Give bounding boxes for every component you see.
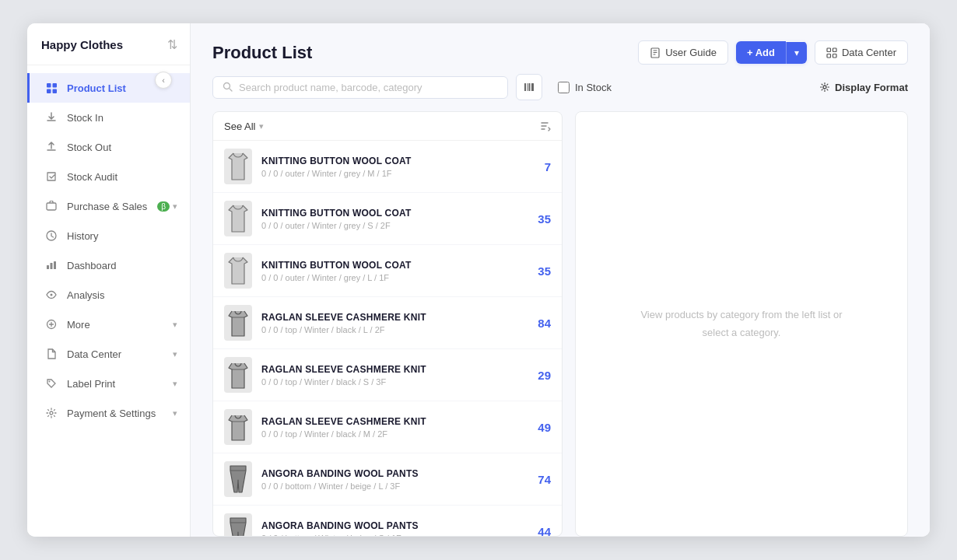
more-icon [44, 317, 59, 332]
product-count: 29 [526, 369, 551, 382]
svg-rect-1 [52, 83, 57, 88]
sidebar-nav: Product List Stock In Stock Out [27, 65, 190, 537]
upload-icon [44, 139, 59, 155]
search-input[interactable] [239, 82, 498, 93]
in-stock-filter[interactable]: In Stock [558, 82, 612, 93]
product-thumbnail [224, 357, 252, 393]
in-stock-label: In Stock [575, 82, 612, 93]
add-dropdown-button[interactable]: ▾ [786, 42, 807, 64]
sidebar-item-label: Stock Audit [67, 171, 177, 183]
grid-icon [826, 47, 837, 58]
brand-menu-icon[interactable]: ⇅ [167, 37, 177, 52]
chevron-down-icon: ▾ [173, 379, 177, 389]
product-item[interactable]: KNITTING BUTTON WOOL COAT 0 / 0 / outer … [213, 193, 562, 245]
product-info: ANGORA BANDING WOOL PANTS 0 / 0 / bottom… [261, 468, 526, 491]
gear-icon [44, 405, 59, 421]
product-item[interactable]: ANGORA BANDING WOOL PANTS 0 / 0 / bottom… [213, 506, 562, 536]
product-count: 84 [526, 317, 551, 330]
history-icon [44, 228, 59, 243]
product-thumbnail [224, 305, 252, 341]
product-item[interactable]: RAGLAN SLEEVE CASHMERE KNIT 0 / 0 / top … [213, 349, 562, 401]
purchase-icon [44, 198, 59, 214]
product-item[interactable]: RAGLAN SLEEVE CASHMERE KNIT 0 / 0 / top … [213, 297, 562, 349]
product-items-list: KNITTING BUTTON WOOL COAT 0 / 0 / outer … [213, 141, 562, 536]
product-count: 35 [526, 264, 551, 278]
svg-rect-5 [47, 265, 49, 269]
page-title: Product List [212, 43, 312, 63]
svg-point-8 [51, 294, 53, 296]
sidebar-item-payment-settings[interactable]: Payment & Settings ▾ [27, 398, 190, 428]
product-info: RAGLAN SLEEVE CASHMERE KNIT 0 / 0 / top … [261, 416, 526, 439]
svg-point-17 [224, 83, 230, 89]
add-main-button[interactable]: + Add [736, 41, 786, 64]
sidebar-item-label: Stock Out [67, 142, 177, 153]
toolbar: In Stock Display Format [191, 74, 930, 111]
sidebar-item-history[interactable]: History [27, 221, 190, 250]
product-thumbnail [224, 253, 252, 289]
sidebar-item-purchase-sales[interactable]: Purchase & Sales β ▾ [27, 191, 190, 221]
svg-point-22 [823, 86, 826, 89]
sidebar-item-label: Data Center [67, 348, 170, 360]
svg-rect-6 [51, 263, 53, 269]
sidebar-item-label-print[interactable]: Label Print ▾ [27, 369, 190, 398]
svg-rect-16 [833, 54, 836, 58]
product-item[interactable]: KNITTING BUTTON WOOL COAT 0 / 0 / outer … [213, 141, 562, 193]
sidebar-item-more[interactable]: More ▾ [27, 310, 190, 339]
product-sub: 0 / 0 / top / Winter / black / M / 2F [261, 429, 526, 439]
user-guide-button[interactable]: User Guide [638, 40, 728, 65]
svg-rect-0 [47, 83, 51, 88]
file-icon [44, 346, 59, 362]
product-item[interactable]: KNITTING BUTTON WOOL COAT 0 / 0 / outer … [213, 245, 562, 297]
product-name: ANGORA BANDING WOOL PANTS [261, 468, 526, 479]
product-info: ANGORA BANDING WOOL PANTS 0 / 0 / bottom… [261, 520, 526, 537]
sidebar-item-dashboard[interactable]: Dashboard [27, 250, 190, 280]
svg-rect-15 [827, 54, 831, 58]
tag-icon [44, 376, 59, 391]
sidebar-item-stock-in[interactable]: Stock In [27, 103, 190, 132]
header-actions: User Guide + Add ▾ [638, 40, 908, 65]
scan-button[interactable] [516, 74, 542, 100]
sort-icon [538, 120, 551, 132]
sidebar-item-data-center[interactable]: Data Center ▾ [27, 339, 190, 369]
svg-rect-7 [54, 261, 56, 269]
in-stock-checkbox[interactable] [558, 82, 570, 93]
download-icon [44, 110, 59, 125]
sidebar-item-stock-audit[interactable]: Stock Audit [27, 162, 190, 191]
sidebar-item-label: Payment & Settings [67, 408, 170, 419]
svg-rect-14 [833, 48, 836, 52]
display-format-button[interactable]: Display Format [819, 82, 908, 93]
sidebar-item-analysis[interactable]: Analysis [27, 280, 190, 310]
product-name: KNITTING BUTTON WOOL COAT [261, 156, 526, 166]
brand-name: Happy Clothes [41, 38, 123, 51]
svg-rect-13 [827, 48, 831, 52]
product-info: RAGLAN SLEEVE CASHMERE KNIT 0 / 0 / top … [261, 312, 526, 334]
see-all-label: See All [224, 121, 255, 132]
content-area: See All ▾ [191, 111, 930, 537]
product-count: 7 [526, 160, 551, 173]
sidebar-item-label: Dashboard [67, 260, 177, 271]
right-panel-empty-text: View products by category from the left … [640, 306, 842, 341]
product-sub: 0 / 0 / outer / Winter / grey / M / 1F [261, 169, 526, 178]
sidebar-collapse-button[interactable]: ‹ [155, 72, 172, 89]
sidebar-item-stock-out[interactable]: Stock Out [27, 132, 190, 162]
user-guide-label: User Guide [665, 47, 717, 58]
product-name: RAGLAN SLEEVE CASHMERE KNIT [261, 312, 526, 323]
data-center-label: Data Center [842, 47, 896, 58]
book-icon [650, 47, 661, 58]
chevron-down-icon: ▾ [173, 349, 177, 359]
product-name: RAGLAN SLEEVE CASHMERE KNIT [261, 416, 526, 427]
data-center-button[interactable]: Data Center [815, 40, 908, 65]
svg-rect-20 [529, 83, 531, 91]
chevron-down-icon: ▾ [173, 320, 177, 330]
main-content: Product List User Guide + Add ▾ [191, 23, 930, 537]
svg-rect-2 [47, 89, 51, 93]
product-item[interactable]: RAGLAN SLEEVE CASHMERE KNIT 0 / 0 / top … [213, 401, 562, 453]
chevron-down-icon: ▾ [794, 47, 799, 58]
product-item[interactable]: ANGORA BANDING WOOL PANTS 0 / 0 / bottom… [213, 453, 562, 506]
product-thumbnail [224, 149, 252, 184]
see-all-button[interactable]: See All ▾ [224, 121, 264, 132]
main-header: Product List User Guide + Add ▾ [191, 23, 930, 74]
sort-button[interactable] [538, 120, 551, 132]
product-name: RAGLAN SLEEVE CASHMERE KNIT [261, 364, 526, 375]
search-icon [223, 82, 233, 93]
